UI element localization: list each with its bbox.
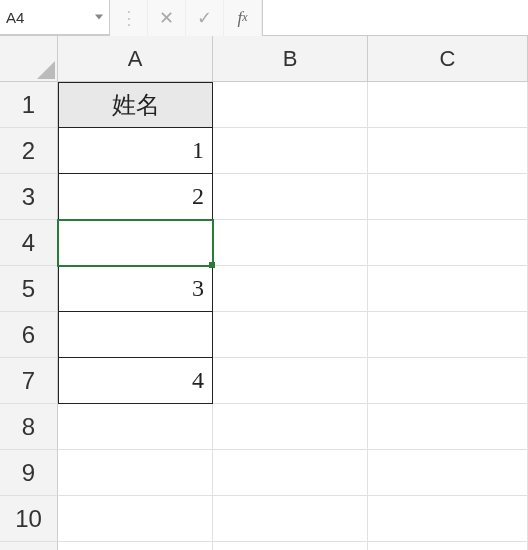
cell-C11[interactable] <box>368 542 528 550</box>
fx-icon[interactable]: fx <box>224 0 262 36</box>
col-header-A[interactable]: A <box>58 36 213 82</box>
cell-C6[interactable] <box>368 312 528 358</box>
cell-A7[interactable]: 4 <box>58 358 213 404</box>
col-header-B[interactable]: B <box>213 36 368 82</box>
row-header-11[interactable]: 11 <box>0 542 58 550</box>
row-header-5[interactable]: 5 <box>0 266 58 312</box>
row-header-6[interactable]: 6 <box>0 312 58 358</box>
row-header-7[interactable]: 7 <box>0 358 58 404</box>
cell-B5[interactable] <box>213 266 368 312</box>
formula-input[interactable] <box>262 0 528 35</box>
cancel-icon[interactable]: ✕ <box>148 0 186 36</box>
cell-A5[interactable]: 3 <box>58 266 213 312</box>
cell-B6[interactable] <box>213 312 368 358</box>
cell-A3[interactable]: 2 <box>58 174 213 220</box>
row-header-3[interactable]: 3 <box>0 174 58 220</box>
row-header-4[interactable]: 4 <box>0 220 58 266</box>
select-all-corner[interactable] <box>0 36 58 82</box>
more-icon[interactable]: ⋮ <box>110 0 148 36</box>
cell-C9[interactable] <box>368 450 528 496</box>
cell-A9[interactable] <box>58 450 213 496</box>
cell-B3[interactable] <box>213 174 368 220</box>
spreadsheet-grid: A B C 1 姓名 2 1 3 2 4 5 3 6 7 4 8 9 10 11 <box>0 36 528 550</box>
cell-B7[interactable] <box>213 358 368 404</box>
cell-C4[interactable] <box>368 220 528 266</box>
row-header-8[interactable]: 8 <box>0 404 58 450</box>
cell-B9[interactable] <box>213 450 368 496</box>
cell-B4[interactable] <box>213 220 368 266</box>
cell-A8[interactable] <box>58 404 213 450</box>
cell-C1[interactable] <box>368 82 528 128</box>
cell-A6[interactable] <box>58 312 213 358</box>
row-header-9[interactable]: 9 <box>0 450 58 496</box>
name-box[interactable]: A4 <box>0 0 110 35</box>
col-header-C[interactable]: C <box>368 36 528 82</box>
cell-A4[interactable] <box>58 220 213 266</box>
row-header-2[interactable]: 2 <box>0 128 58 174</box>
cell-A10[interactable] <box>58 496 213 542</box>
cell-A2[interactable]: 1 <box>58 128 213 174</box>
cell-B1[interactable] <box>213 82 368 128</box>
cell-C10[interactable] <box>368 496 528 542</box>
cell-B10[interactable] <box>213 496 368 542</box>
cell-C7[interactable] <box>368 358 528 404</box>
dropdown-icon[interactable] <box>95 15 103 20</box>
cell-A1[interactable]: 姓名 <box>58 82 213 128</box>
cell-B8[interactable] <box>213 404 368 450</box>
row-header-1[interactable]: 1 <box>0 82 58 128</box>
cell-C8[interactable] <box>368 404 528 450</box>
formula-buttons: ⋮ ✕ ✓ fx <box>110 0 262 35</box>
name-box-value: A4 <box>6 9 24 26</box>
enter-icon[interactable]: ✓ <box>186 0 224 36</box>
cell-B11[interactable] <box>213 542 368 550</box>
cell-C5[interactable] <box>368 266 528 312</box>
cell-B2[interactable] <box>213 128 368 174</box>
svg-marker-0 <box>37 61 55 79</box>
cell-C3[interactable] <box>368 174 528 220</box>
row-header-10[interactable]: 10 <box>0 496 58 542</box>
cell-C2[interactable] <box>368 128 528 174</box>
cell-A11[interactable] <box>58 542 213 550</box>
select-all-icon <box>37 61 55 79</box>
formula-bar: A4 ⋮ ✕ ✓ fx <box>0 0 528 36</box>
